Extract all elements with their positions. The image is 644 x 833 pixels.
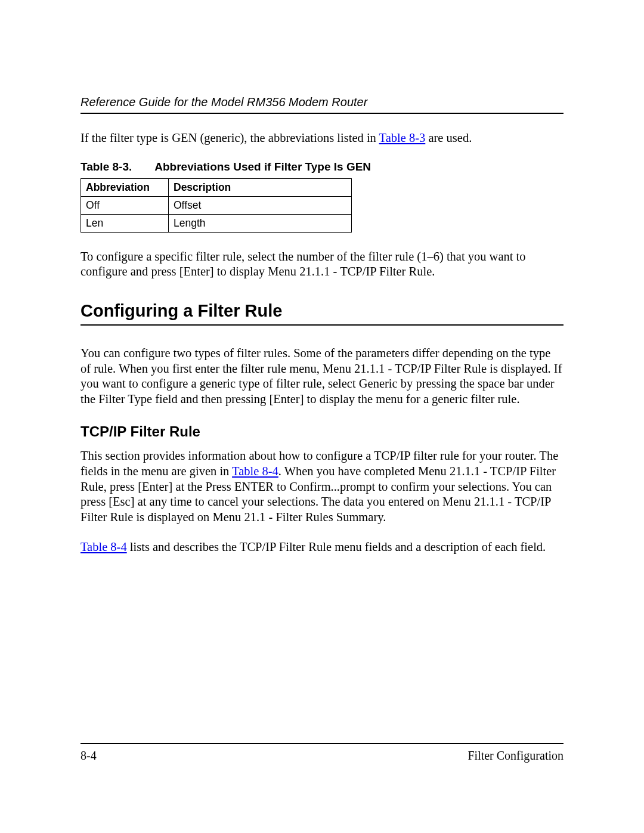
tcpip-filter-rule-heading: TCP/IP Filter Rule <box>80 423 564 440</box>
caption-number: Table 8-3. <box>80 160 132 174</box>
column-header-abbreviation: Abbreviation <box>81 178 169 196</box>
text: lists and describes the TCP/IP Filter Ru… <box>127 540 546 553</box>
configuring-filter-rule-heading: Configuring a Filter Rule <box>80 301 564 326</box>
tcpip-paragraph-1: This section provides information about … <box>80 448 564 525</box>
footer-divider <box>80 743 564 744</box>
intro-paragraph: If the filter type is GEN (generic), the… <box>80 131 564 146</box>
document-page: Reference Guide for the Model RM356 Mode… <box>0 0 644 833</box>
abbreviations-table: Abbreviation Description Off Offset Len … <box>80 178 352 233</box>
table-row: Off Offset <box>81 196 352 214</box>
column-header-description: Description <box>169 178 352 196</box>
cell-desc: Offset <box>169 196 352 214</box>
header-divider <box>80 113 564 114</box>
configure-instruction-paragraph: To configure a specific filter rule, sel… <box>80 249 564 280</box>
page-number: 8-4 <box>80 749 97 763</box>
table-row: Len Length <box>81 214 352 232</box>
running-header: Reference Guide for the Model RM356 Mode… <box>80 95 564 109</box>
cell-abbr: Len <box>81 214 169 232</box>
table-header-row: Abbreviation Description <box>81 178 352 196</box>
table-8-3-link[interactable]: Table 8-3 <box>379 131 426 144</box>
table-8-4-link[interactable]: Table 8-4 <box>232 465 278 478</box>
section-paragraph: You can configure two types of filter ru… <box>80 346 564 407</box>
cell-abbr: Off <box>81 196 169 214</box>
text: are used. <box>425 131 472 144</box>
footer-section-name: Filter Configuration <box>467 749 564 763</box>
tcpip-paragraph-2: Table 8-4 lists and describes the TCP/IP… <box>80 540 564 555</box>
cell-desc: Length <box>169 214 352 232</box>
page-footer: 8-4 Filter Configuration <box>80 743 564 763</box>
text: If the filter type is GEN (generic), the… <box>80 131 379 144</box>
table-8-4-link-2[interactable]: Table 8-4 <box>80 540 127 553</box>
caption-title: Abbreviations Used if Filter Type Is GEN <box>154 160 371 173</box>
table-8-3-caption: Table 8-3.Abbreviations Used if Filter T… <box>80 160 564 174</box>
